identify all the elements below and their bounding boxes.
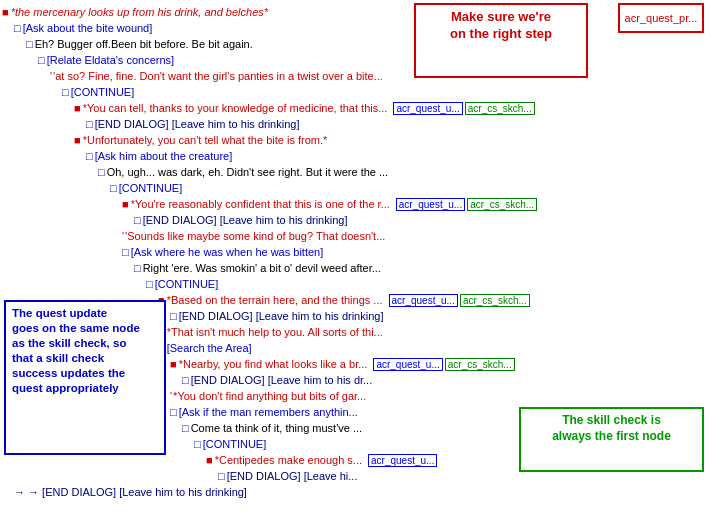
- node-text: [Ask where he was when he was bitten]: [131, 246, 324, 258]
- tree-node: □ [Ask where he was when he was bitten]: [2, 244, 709, 260]
- node-text: *You can tell, thanks to your knowledge …: [83, 102, 388, 114]
- node-text: [END DIALOG] [Leave him to his drinking]: [143, 214, 348, 226]
- tree-node: □ [Relate Eldata's concerns]: [2, 52, 709, 68]
- annotation-right-step: Make sure we'reon the right step: [414, 3, 588, 78]
- tree-node: ■ *You're reasonably confident that this…: [2, 196, 709, 212]
- node-text: 'at so? Fine, fine. Don't want the girl'…: [53, 70, 383, 82]
- annotation-skill-check: The skill check isalways the first node: [519, 407, 704, 472]
- node-text: *Nearby, you find what looks like a br..…: [179, 358, 368, 370]
- node-text: [END DIALOG] [Leave him to his dr...: [191, 374, 373, 386]
- tree-node: □ [CONTINUE]: [2, 84, 709, 100]
- tree-node: ' 'Sounds like maybe some kind of bug? T…: [2, 228, 709, 244]
- node-text: [Relate Eldata's concerns]: [47, 54, 174, 66]
- tree-node: □ Eh? Bugger off.Been bit before. Be bit…: [2, 36, 709, 52]
- node-text: Oh, ugh... was dark, eh. Didn't see righ…: [107, 166, 389, 178]
- node-text: [CONTINUE]: [203, 438, 267, 450]
- tree-node: □ [END DIALOG] [Leave him to his drinkin…: [2, 116, 709, 132]
- tree-node: □ [END DIALOG] [Leave him to his drinkin…: [2, 212, 709, 228]
- node-text: [CONTINUE]: [155, 278, 219, 290]
- tree-node: □ Oh, ugh... was dark, eh. Didn't see ri…: [2, 164, 709, 180]
- node-text: [Ask if the man remembers anythin...: [179, 406, 358, 418]
- node-text: *Centipedes make enough s...: [215, 454, 362, 466]
- node-text: *You don't find anything but bits of gar…: [173, 390, 366, 402]
- node-text: *Based on the terrain here, and the thin…: [167, 294, 383, 306]
- annotation-quest-update: The quest updategoes on the same nodeas …: [4, 300, 166, 455]
- node-text: [END DIALOG] [Leave hi...: [227, 470, 358, 482]
- tree-node: ■ *Unfortunately, you can't tell what th…: [2, 132, 709, 148]
- node-text: *You're reasonably confident that this i…: [131, 198, 390, 210]
- node-text: [END DIALOG] [Leave him to his drinking]: [179, 310, 384, 322]
- node-text: [Search the Area]: [167, 342, 252, 354]
- tree-node: □ Right 'ere. Was smokin' a bit o' devil…: [2, 260, 709, 276]
- node-text: *the mercenary looks up from his drink, …: [11, 6, 268, 18]
- node-text: Eh? Bugger off.Been bit before. Be bit a…: [35, 38, 253, 50]
- tree-node: □ [Ask him about the creature]: [2, 148, 709, 164]
- tree-node: □ [CONTINUE]: [2, 180, 709, 196]
- node-text: [Ask him about the creature]: [95, 150, 233, 162]
- tree-node: □ [Ask about the bite wound]: [2, 20, 709, 36]
- node-text: *That isn't much help to you. All sorts …: [167, 326, 383, 338]
- node-text: *Unfortunately, you can't tell what the …: [83, 134, 328, 146]
- node-text: [END DIALOG] [Leave him to his drinking]: [95, 118, 300, 130]
- node-text: Come ta think of it, thing must've ...: [191, 422, 362, 434]
- tree-node: ■ *You can tell, thanks to your knowledg…: [2, 100, 709, 116]
- tree-container: ■ *the mercenary looks up from his drink…: [0, 0, 711, 526]
- tree-node: □ [CONTINUE]: [2, 276, 709, 292]
- tree-node: ' 'at so? Fine, fine. Don't want the gir…: [2, 68, 709, 84]
- footer-node: → → [END DIALOG] [Leave him to his drink…: [2, 486, 709, 498]
- node-text: [CONTINUE]: [119, 182, 183, 194]
- node-text: Right 'ere. Was smokin' a bit o' devil w…: [143, 262, 381, 274]
- annotation-quest-badge: acr_quest_pr...: [618, 3, 704, 33]
- node-text: [Ask about the bite wound]: [23, 22, 153, 34]
- node-text: 'Sounds like maybe some kind of bug? Tha…: [125, 230, 385, 242]
- node-text: [CONTINUE]: [71, 86, 135, 98]
- tree-node: ■ *the mercenary looks up from his drink…: [2, 4, 709, 20]
